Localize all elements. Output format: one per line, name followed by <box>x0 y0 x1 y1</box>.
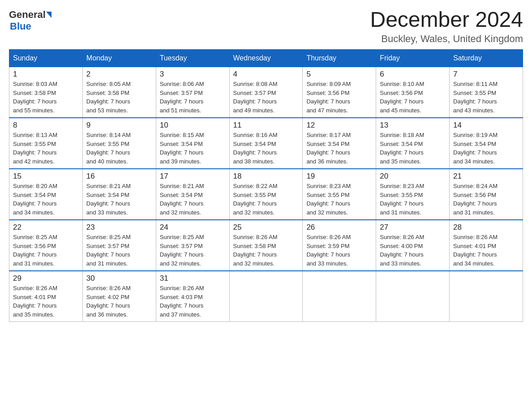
header-saturday: Saturday <box>450 50 523 67</box>
day-number: 15 <box>13 172 79 181</box>
day-number: 17 <box>160 172 226 181</box>
day-number: 4 <box>233 70 299 79</box>
day-number: 26 <box>306 223 372 232</box>
week-row-5: 29Sunrise: 8:26 AMSunset: 4:01 PMDayligh… <box>9 271 523 322</box>
calendar-cell: 15Sunrise: 8:20 AMSunset: 3:54 PMDayligh… <box>9 169 83 220</box>
day-info: Sunrise: 8:22 AMSunset: 3:55 PMDaylight:… <box>233 182 299 217</box>
logo: General Blue <box>9 9 52 32</box>
day-number: 5 <box>306 70 372 79</box>
calendar-cell <box>303 271 376 322</box>
calendar-cell: 31Sunrise: 8:26 AMSunset: 4:03 PMDayligh… <box>156 271 229 322</box>
day-number: 20 <box>380 172 446 181</box>
day-number: 10 <box>160 121 226 130</box>
day-info: Sunrise: 8:15 AMSunset: 3:54 PMDaylight:… <box>160 131 226 166</box>
calendar-cell: 7Sunrise: 8:11 AMSunset: 3:55 PMDaylight… <box>450 67 523 118</box>
calendar-cell: 1Sunrise: 8:03 AMSunset: 3:58 PMDaylight… <box>9 67 83 118</box>
day-number: 13 <box>380 121 446 130</box>
day-number: 31 <box>160 274 226 283</box>
day-number: 7 <box>453 70 519 79</box>
day-info: Sunrise: 8:25 AMSunset: 3:56 PMDaylight:… <box>13 233 79 268</box>
calendar-cell: 9Sunrise: 8:14 AMSunset: 3:55 PMDaylight… <box>82 118 156 169</box>
header-friday: Friday <box>376 50 450 67</box>
day-number: 8 <box>13 121 79 130</box>
day-number: 30 <box>86 274 152 283</box>
day-info: Sunrise: 8:09 AMSunset: 3:56 PMDaylight:… <box>306 80 372 115</box>
calendar-cell: 20Sunrise: 8:23 AMSunset: 3:55 PMDayligh… <box>376 169 450 220</box>
calendar-cell <box>376 271 450 322</box>
calendar-cell: 24Sunrise: 8:25 AMSunset: 3:57 PMDayligh… <box>156 220 229 271</box>
day-info: Sunrise: 8:23 AMSunset: 3:55 PMDaylight:… <box>306 182 372 217</box>
week-row-3: 15Sunrise: 8:20 AMSunset: 3:54 PMDayligh… <box>9 169 523 220</box>
day-info: Sunrise: 8:05 AMSunset: 3:58 PMDaylight:… <box>86 80 152 115</box>
day-number: 6 <box>380 70 446 79</box>
calendar-cell: 14Sunrise: 8:19 AMSunset: 3:54 PMDayligh… <box>450 118 523 169</box>
day-number: 21 <box>453 172 519 181</box>
calendar-cell <box>450 271 523 322</box>
day-info: Sunrise: 8:18 AMSunset: 3:54 PMDaylight:… <box>380 131 446 166</box>
day-number: 12 <box>306 121 372 130</box>
day-info: Sunrise: 8:13 AMSunset: 3:55 PMDaylight:… <box>13 131 79 166</box>
header-monday: Monday <box>82 50 156 67</box>
week-row-4: 22Sunrise: 8:25 AMSunset: 3:56 PMDayligh… <box>9 220 523 271</box>
calendar-header-row: SundayMondayTuesdayWednesdayThursdayFrid… <box>9 50 523 67</box>
calendar-cell: 27Sunrise: 8:26 AMSunset: 4:00 PMDayligh… <box>376 220 450 271</box>
calendar-cell: 2Sunrise: 8:05 AMSunset: 3:58 PMDaylight… <box>82 67 156 118</box>
day-info: Sunrise: 8:06 AMSunset: 3:57 PMDaylight:… <box>160 80 226 115</box>
day-number: 22 <box>13 223 79 232</box>
calendar-cell: 29Sunrise: 8:26 AMSunset: 4:01 PMDayligh… <box>9 271 83 322</box>
day-number: 28 <box>453 223 519 232</box>
day-info: Sunrise: 8:23 AMSunset: 3:55 PMDaylight:… <box>380 182 446 217</box>
calendar-cell: 10Sunrise: 8:15 AMSunset: 3:54 PMDayligh… <box>156 118 229 169</box>
day-info: Sunrise: 8:21 AMSunset: 3:54 PMDaylight:… <box>160 182 226 217</box>
day-info: Sunrise: 8:26 AMSunset: 4:00 PMDaylight:… <box>380 233 446 268</box>
calendar-cell: 21Sunrise: 8:24 AMSunset: 3:56 PMDayligh… <box>450 169 523 220</box>
day-number: 3 <box>160 70 226 79</box>
day-info: Sunrise: 8:20 AMSunset: 3:54 PMDaylight:… <box>13 182 79 217</box>
calendar-cell <box>229 271 303 322</box>
calendar-cell: 16Sunrise: 8:21 AMSunset: 3:54 PMDayligh… <box>82 169 156 220</box>
header-sunday: Sunday <box>9 50 83 67</box>
calendar-cell: 17Sunrise: 8:21 AMSunset: 3:54 PMDayligh… <box>156 169 229 220</box>
calendar-cell: 3Sunrise: 8:06 AMSunset: 3:57 PMDaylight… <box>156 67 229 118</box>
calendar-cell: 6Sunrise: 8:10 AMSunset: 3:56 PMDaylight… <box>376 67 450 118</box>
day-info: Sunrise: 8:19 AMSunset: 3:54 PMDaylight:… <box>453 131 519 166</box>
day-number: 29 <box>13 274 79 283</box>
calendar-cell: 12Sunrise: 8:17 AMSunset: 3:54 PMDayligh… <box>303 118 376 169</box>
calendar-cell: 4Sunrise: 8:08 AMSunset: 3:57 PMDaylight… <box>229 67 303 118</box>
logo-triangle-icon <box>46 12 51 18</box>
page-header: General Blue December 2024 Buckley, Wale… <box>9 9 523 45</box>
day-number: 24 <box>160 223 226 232</box>
day-number: 19 <box>306 172 372 181</box>
calendar-cell: 25Sunrise: 8:26 AMSunset: 3:58 PMDayligh… <box>229 220 303 271</box>
day-info: Sunrise: 8:11 AMSunset: 3:55 PMDaylight:… <box>453 80 519 115</box>
day-info: Sunrise: 8:26 AMSunset: 3:59 PMDaylight:… <box>306 233 372 268</box>
day-number: 16 <box>86 172 152 181</box>
day-info: Sunrise: 8:26 AMSunset: 4:02 PMDaylight:… <box>86 284 152 319</box>
header-thursday: Thursday <box>303 50 376 67</box>
location-text: Buckley, Wales, United Kingdom <box>370 33 523 45</box>
calendar-cell: 5Sunrise: 8:09 AMSunset: 3:56 PMDaylight… <box>303 67 376 118</box>
calendar-cell: 26Sunrise: 8:26 AMSunset: 3:59 PMDayligh… <box>303 220 376 271</box>
week-row-2: 8Sunrise: 8:13 AMSunset: 3:55 PMDaylight… <box>9 118 523 169</box>
day-number: 23 <box>86 223 152 232</box>
calendar-table: SundayMondayTuesdayWednesdayThursdayFrid… <box>9 49 523 322</box>
logo-blue-text: Blue <box>10 21 31 32</box>
header-tuesday: Tuesday <box>156 50 229 67</box>
calendar-cell: 11Sunrise: 8:16 AMSunset: 3:54 PMDayligh… <box>229 118 303 169</box>
day-info: Sunrise: 8:25 AMSunset: 3:57 PMDaylight:… <box>160 233 226 268</box>
day-info: Sunrise: 8:08 AMSunset: 3:57 PMDaylight:… <box>233 80 299 115</box>
day-info: Sunrise: 8:10 AMSunset: 3:56 PMDaylight:… <box>380 80 446 115</box>
day-info: Sunrise: 8:24 AMSunset: 3:56 PMDaylight:… <box>453 182 519 217</box>
calendar-cell: 18Sunrise: 8:22 AMSunset: 3:55 PMDayligh… <box>229 169 303 220</box>
day-number: 14 <box>453 121 519 130</box>
day-info: Sunrise: 8:16 AMSunset: 3:54 PMDaylight:… <box>233 131 299 166</box>
week-row-1: 1Sunrise: 8:03 AMSunset: 3:58 PMDaylight… <box>9 67 523 118</box>
title-block: December 2024 Buckley, Wales, United Kin… <box>370 9 523 45</box>
calendar-cell: 30Sunrise: 8:26 AMSunset: 4:02 PMDayligh… <box>82 271 156 322</box>
day-info: Sunrise: 8:17 AMSunset: 3:54 PMDaylight:… <box>306 131 372 166</box>
day-info: Sunrise: 8:26 AMSunset: 3:58 PMDaylight:… <box>233 233 299 268</box>
day-info: Sunrise: 8:14 AMSunset: 3:55 PMDaylight:… <box>86 131 152 166</box>
day-number: 18 <box>233 172 299 181</box>
calendar-cell: 22Sunrise: 8:25 AMSunset: 3:56 PMDayligh… <box>9 220 83 271</box>
calendar-cell: 28Sunrise: 8:26 AMSunset: 4:01 PMDayligh… <box>450 220 523 271</box>
